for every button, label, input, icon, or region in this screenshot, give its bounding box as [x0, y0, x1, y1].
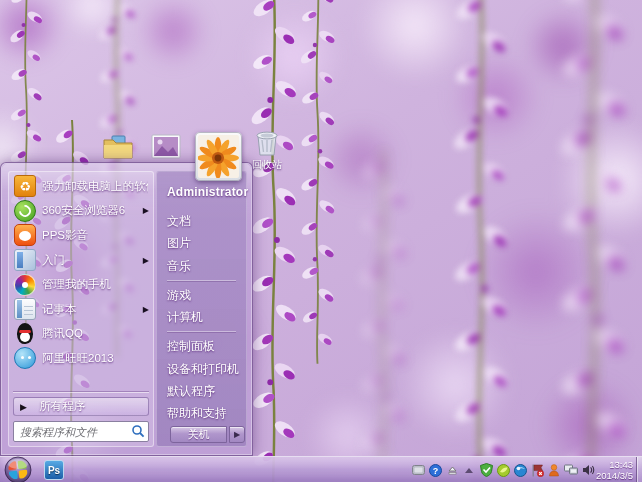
program-item-qq[interactable]: 腾讯QQ — [11, 322, 151, 347]
phone-manager-icon — [14, 274, 36, 296]
hidden-icons-chevron[interactable] — [462, 463, 476, 477]
desktop-icon-recycle-bin[interactable]: 回收站 — [250, 128, 284, 172]
volume-icon[interactable] — [581, 463, 595, 477]
start-menu-program-list: ♻ 强力卸载电脑上的软件 360安全浏览器6 ▶ PPS影音 入门 ▶ — [8, 171, 154, 447]
desktop-icon-image[interactable] — [149, 134, 183, 159]
search-box — [13, 421, 149, 442]
menu-item-pictures[interactable]: 图片 — [167, 232, 246, 254]
taskbar: Ps ? — [0, 456, 642, 482]
tablet-icon[interactable] — [411, 463, 425, 477]
menu-item-games[interactable]: 游戏 — [167, 284, 246, 306]
all-programs-separator — [13, 392, 149, 393]
program-item-360-browser[interactable]: 360安全浏览器6 ▶ — [11, 199, 151, 224]
svg-text:?: ? — [432, 465, 438, 475]
menu-item-devices-printers[interactable]: 设备和打印机 — [167, 358, 246, 380]
desktop-icon-folder[interactable] — [101, 134, 135, 160]
menu-separator — [167, 280, 236, 281]
ball-360-icon[interactable] — [496, 463, 510, 477]
shutdown-options-arrow[interactable]: ▶ — [229, 426, 245, 443]
submenu-arrow-icon: ▶ — [143, 256, 149, 265]
browser-360-icon — [14, 200, 36, 222]
system-tray: ? — [411, 457, 595, 482]
program-item-phone-manager[interactable]: 管理我的手机 — [11, 272, 151, 297]
all-programs-arrow-icon: ▶ — [20, 402, 27, 412]
menu-item-computer[interactable]: 计算机 — [167, 306, 246, 328]
wangwang-tray-icon[interactable] — [547, 463, 561, 477]
search-icon — [131, 424, 145, 438]
network-icon[interactable] — [564, 463, 578, 477]
search-input[interactable] — [13, 421, 149, 442]
image-file-icon — [151, 134, 181, 159]
photoshop-icon: Ps — [48, 465, 60, 476]
recycle-bin-icon — [253, 128, 281, 157]
taskbar-photoshop-button[interactable]: Ps — [44, 460, 64, 480]
avatar-flower-icon — [198, 135, 239, 178]
browser-orb-icon[interactable] — [513, 463, 527, 477]
start-menu-right-panel: Administrator 文档 图片 音乐 游戏 计算机 控制面板 设备和打印… — [156, 171, 247, 447]
menu-item-control-panel[interactable]: 控制面板 — [167, 335, 246, 357]
uninstall-icon: ♻ — [14, 175, 36, 197]
show-desktop-button[interactable] — [636, 457, 642, 482]
menu-item-music[interactable]: 音乐 — [167, 255, 246, 277]
clock-date: 2014/3/5 — [596, 471, 633, 482]
program-item-uninstall[interactable]: ♻ 强力卸载电脑上的软件 — [11, 174, 151, 199]
notepad-icon — [14, 298, 36, 320]
getting-started-icon — [14, 249, 36, 271]
shield-360-icon[interactable] — [479, 463, 493, 477]
help-icon[interactable]: ? — [428, 463, 442, 477]
menu-item-documents[interactable]: 文档 — [167, 210, 246, 232]
program-item-wangwang[interactable]: 阿里旺旺2013 — [11, 346, 151, 371]
menu-separator — [167, 331, 236, 332]
desktop: 回收站 ♻ 强力卸载电脑上的软件 360安全浏览器6 ▶ PPS影音 — [0, 0, 642, 482]
all-programs-button[interactable]: ▶ 所有程序 — [13, 397, 149, 416]
pps-icon — [14, 224, 36, 246]
program-item-getting-started[interactable]: 入门 ▶ — [11, 248, 151, 273]
recycle-bin-label: 回收站 — [250, 158, 284, 172]
qq-icon — [14, 323, 36, 345]
eject-icon[interactable] — [445, 463, 459, 477]
menu-item-default-programs[interactable]: 默认程序 — [167, 380, 246, 402]
submenu-arrow-icon: ▶ — [143, 305, 149, 314]
program-item-pps[interactable]: PPS影音 — [11, 223, 151, 248]
program-item-notepad[interactable]: 记事本 ▶ — [11, 297, 151, 322]
user-avatar[interactable] — [195, 132, 242, 181]
clock-time: 13:43 — [596, 460, 633, 471]
action-center-flag-icon[interactable] — [530, 463, 544, 477]
submenu-arrow-icon: ▶ — [143, 206, 149, 215]
wangwang-icon — [14, 347, 36, 369]
folder-icon — [103, 134, 133, 160]
menu-item-help-support[interactable]: 帮助和支持 — [167, 402, 246, 424]
taskbar-clock[interactable]: 13:43 2014/3/5 — [596, 460, 633, 481]
start-menu: ♻ 强力卸载电脑上的软件 360安全浏览器6 ▶ PPS影音 入门 ▶ — [0, 162, 253, 456]
shutdown-button[interactable]: 关机 — [170, 426, 227, 443]
user-name[interactable]: Administrator — [167, 185, 246, 210]
start-button[interactable] — [4, 456, 32, 482]
